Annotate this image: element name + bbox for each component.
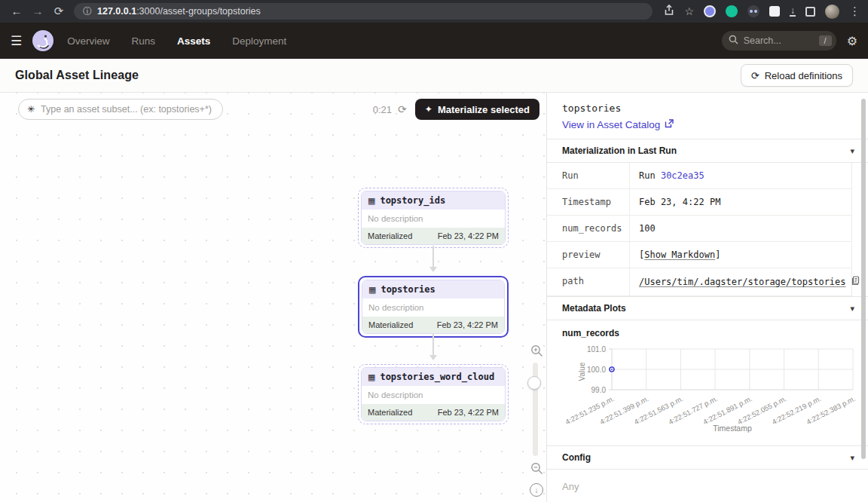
forward-icon[interactable]: → (29, 0, 47, 23)
asset-materialized-time: Feb 23, 4:22 PM (438, 408, 499, 417)
nav-deployment[interactable]: Deployment (232, 35, 286, 47)
site-info-icon[interactable]: ⓘ (83, 5, 92, 18)
table-row: num_records 100 (547, 216, 851, 242)
table-icon: ▦ (368, 372, 375, 382)
meta-value: Run 30c2ea35 (630, 163, 851, 188)
sidebar-scrollbar[interactable] (861, 99, 866, 459)
external-link-icon (665, 119, 674, 130)
path-link[interactable]: /Users/tim/.dagster/storage/topstories (639, 277, 846, 287)
chevron-down-icon: ▾ (850, 146, 854, 156)
sidebar-asset-name: topstories (562, 103, 853, 114)
asset-status: Materialized (368, 231, 412, 240)
asset-status: Materialized (368, 320, 413, 329)
meta-value: /Users/tim/.dagster/storage/topstories (630, 268, 868, 295)
x-axis-label: Timestamp (713, 424, 752, 433)
lineage-edge (432, 334, 434, 360)
search-icon (729, 34, 738, 47)
search-shortcut-badge: / (819, 35, 832, 46)
nav-assets[interactable]: Assets (177, 35, 210, 47)
zoom-to-fit-icon[interactable]: ↓ (530, 483, 543, 497)
asset-status: Materialized (368, 408, 412, 417)
asset-details-sidebar: topstories View in Asset Catalog Materia… (546, 93, 868, 502)
zoom-slider-handle[interactable] (527, 376, 541, 390)
section-materialization-last-run[interactable]: Materialization in Last Run ▾ (547, 139, 868, 163)
browser-menu-icon[interactable]: ⋮ (849, 0, 860, 23)
table-row: path /Users/tim/.dagster/storage/topstor… (547, 268, 851, 296)
share-icon[interactable] (664, 5, 674, 19)
lineage-edge (432, 246, 434, 271)
browser-actions: ☆ ↓ ⋮ (664, 0, 860, 23)
run-id-link[interactable]: 30c2ea35 (661, 170, 704, 181)
materialize-selected-button[interactable]: ✦ Materialize selected (415, 99, 539, 120)
reload-definitions-button[interactable]: ⟳ Reload definitions (741, 64, 853, 87)
asset-node-header: ▦ topstories_word_cloud (362, 368, 505, 386)
zoom-out-icon[interactable] (530, 462, 543, 478)
asset-description: No description (362, 210, 505, 228)
y-tick: 100.0 (587, 366, 606, 374)
settings-gear-icon[interactable]: ⚙ (847, 34, 857, 48)
extension-icon[interactable] (704, 5, 716, 17)
asset-node-header: ▦ topstories (362, 280, 504, 298)
y-tick: 101.0 (587, 345, 606, 354)
address-bar[interactable]: ⓘ 127.0.0.1:3000/asset-groups/topstories (74, 3, 653, 20)
section-metadata-plots[interactable]: Metadata Plots ▾ (547, 296, 868, 320)
glasses-extension-icon[interactable] (747, 5, 760, 17)
table-row: Timestamp Feb 23, 4:22 PM (547, 189, 851, 216)
chevron-down-icon: ▾ (850, 304, 854, 314)
plot-title: num_records (547, 320, 868, 338)
asset-lineage-graph[interactable]: ✳ 0:21 ⟳ ✦ Materialize selected ▦ topsto… (0, 93, 546, 502)
meta-value: [Show Markdown] (630, 242, 851, 268)
meta-key: num_records (547, 216, 630, 241)
section-config[interactable]: Config ▾ (547, 445, 868, 470)
nav-overview[interactable]: Overview (67, 35, 109, 47)
asset-description: No description (362, 298, 504, 317)
data-point[interactable] (610, 367, 614, 372)
y-axis-label: Value (578, 362, 586, 381)
dagster-logo[interactable] (32, 29, 54, 52)
show-markdown-link[interactable]: Show Markdown (644, 249, 715, 260)
browser-profile-avatar[interactable] (825, 5, 839, 19)
search-input[interactable] (744, 35, 814, 46)
downloads-icon[interactable]: ↓ (790, 7, 796, 17)
refresh-icon[interactable]: ⟳ (398, 103, 407, 115)
asset-subset-filter[interactable]: ✳ (18, 99, 223, 120)
asset-status-row: Materialized Feb 23, 4:22 PM (362, 228, 505, 244)
main-nav: Overview Runs Assets Deployment (67, 35, 286, 47)
bookmark-star-icon[interactable]: ☆ (684, 0, 694, 23)
asset-status-row: Materialized Feb 23, 4:22 PM (362, 317, 504, 333)
num-records-plot: 101.0 100.0 99.0 Value Timestamp 4:22:51… (547, 338, 868, 438)
asset-node-header: ▦ topstory_ids (362, 191, 505, 210)
asset-filter-icon: ✳ (27, 104, 35, 115)
asset-name: topstories (381, 284, 435, 295)
metadata-table: Run Run 30c2ea35 Timestamp Feb 23, 4:22 … (547, 163, 852, 296)
chevron-down-icon: ▾ (850, 453, 854, 463)
asset-node-topstories-word-cloud[interactable]: ▦ topstories_word_cloud No description M… (358, 364, 509, 424)
page-header: Global Asset Lineage ⟳ Reload definition… (0, 59, 868, 93)
asset-subset-input[interactable] (41, 104, 214, 115)
hamburger-menu-icon[interactable]: ☰ (11, 33, 22, 49)
y-tick: 99.0 (591, 386, 607, 394)
puzzle-extension-icon[interactable] (769, 6, 780, 17)
asset-node-topstories[interactable]: ▦ topstories No description Materialized… (358, 276, 509, 338)
graph-toolbar: ✳ 0:21 ⟳ ✦ Materialize selected (0, 99, 539, 120)
asset-status-row: Materialized Feb 23, 4:22 PM (362, 404, 505, 421)
reading-mode-icon[interactable] (805, 7, 815, 17)
copy-to-clipboard-icon[interactable] (851, 276, 860, 288)
asset-name: topstory_ids (380, 195, 445, 206)
back-icon[interactable]: ← (8, 0, 26, 23)
table-row: preview [Show Markdown] (547, 242, 851, 268)
meta-key: Timestamp (547, 189, 630, 215)
asset-node-topstory-ids[interactable]: ▦ topstory_ids No description Materializ… (358, 188, 509, 248)
view-in-asset-catalog-link[interactable]: View in Asset Catalog (562, 119, 853, 130)
zoom-in-icon[interactable] (530, 344, 543, 360)
grammarly-extension-icon[interactable] (726, 5, 738, 17)
reload-icon[interactable]: ⟳ (50, 0, 68, 23)
meta-key: Run (547, 163, 630, 188)
table-icon: ▦ (368, 285, 376, 295)
table-row: Run Run 30c2ea35 (547, 163, 851, 189)
sparkle-icon: ✦ (425, 104, 432, 115)
meta-value: Feb 23, 4:22 PM (630, 189, 851, 215)
nav-runs[interactable]: Runs (132, 35, 156, 47)
url-text: 127.0.0.1:3000/asset-groups/topstories (97, 6, 261, 17)
global-search[interactable]: / (722, 31, 836, 51)
